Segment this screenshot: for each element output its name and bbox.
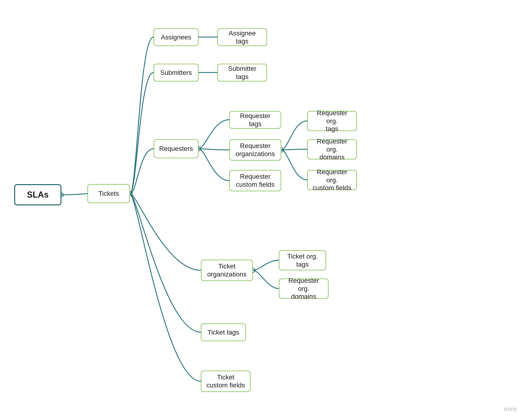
submitters-node: Submitters: [154, 64, 198, 81]
req-org-tags-label: Requester org. tags: [311, 109, 353, 133]
sla-label: SLAs: [27, 190, 49, 200]
ticket-org-tags-node: Ticket org. tags: [279, 250, 326, 270]
requesters-label: Requesters: [159, 145, 193, 153]
ticket-orgs-label: Ticket organizations: [207, 262, 247, 278]
assignee-tags-node: Assignee tags: [217, 28, 267, 46]
requester-custom-node: Requester custom fields: [229, 170, 281, 191]
submitter-tags-node: Submitter tags: [217, 64, 267, 81]
ticket-custom-label: Ticket custom fields: [206, 373, 245, 389]
requester-tags-node: Requester tags: [229, 111, 281, 129]
sla-node: SLAs: [14, 184, 62, 205]
req-org-domains-label: Requester org. domains: [311, 137, 353, 161]
tickets-label: Tickets: [98, 190, 119, 198]
tickets-node: Tickets: [87, 184, 130, 203]
miro-watermark: miro: [504, 405, 517, 413]
requester-tags-label: Requester tags: [233, 112, 277, 128]
req-org-tags-node: Requester org. tags: [307, 111, 357, 131]
ticket-orgs-node: Ticket organizations: [201, 260, 253, 281]
req-org-domains2-label: Requester org. domains: [283, 277, 324, 300]
req-org-domains2-node: Requester org. domains: [279, 279, 328, 299]
assignees-node: Assignees: [154, 28, 198, 46]
assignee-tags-label: Assignee tags: [222, 29, 263, 45]
requesters-node: Requesters: [154, 139, 198, 158]
requester-custom-label: Requester custom fields: [236, 173, 274, 188]
assignees-label: Assignees: [161, 33, 191, 41]
submitters-label: Submitters: [160, 69, 192, 77]
ticket-tags-node: Ticket tags: [201, 323, 246, 341]
requester-orgs-node: Requester organizations: [229, 139, 281, 161]
req-org-custom-label: Requester org. custom fields: [311, 168, 353, 192]
submitter-tags-label: Submitter tags: [222, 65, 263, 80]
req-org-domains-node: Requester org. domains: [307, 139, 357, 159]
ticket-tags-label: Ticket tags: [208, 328, 239, 336]
req-org-custom-node: Requester org. custom fields: [307, 170, 357, 190]
requester-orgs-label: Requester organizations: [236, 142, 275, 158]
ticket-custom-node: Ticket custom fields: [201, 371, 251, 392]
ticket-org-tags-label: Ticket org. tags: [287, 252, 318, 268]
